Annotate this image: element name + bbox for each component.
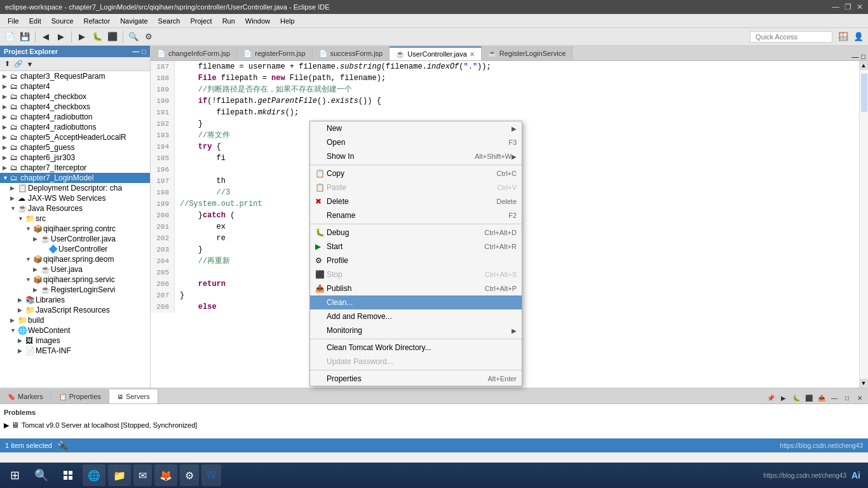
sidebar-link[interactable]: 🔗	[13, 58, 24, 70]
sidebar-maximize[interactable]: □	[142, 48, 146, 55]
bottom-tab-servers[interactable]: 🖥Servers	[109, 390, 158, 403]
ctx-new[interactable]: New ▶	[310, 121, 522, 135]
taskbar-explorer[interactable]: 📁	[108, 464, 131, 486]
sidebar-new[interactable]: ▼	[24, 58, 36, 70]
maximize-button[interactable]: ❐	[844, 3, 851, 11]
tree-item-chapter4-checkbox[interactable]: ▶🗂chapter4_checkbox	[0, 92, 150, 102]
taskbar-firefox[interactable]: 🦊	[154, 464, 177, 486]
bottom-tab-properties[interactable]: 📋Properties	[51, 390, 109, 403]
toolbar-view[interactable]: 👤	[851, 30, 865, 44]
menu-file[interactable]: File	[3, 16, 24, 26]
bottom-toolbar-5[interactable]: 📤	[816, 392, 827, 403]
tree-item-user-java[interactable]: ▶☕User.java	[0, 264, 150, 274]
tree-item-chapter5-accept[interactable]: ▶🗂chapter5_AcceptHeaderLocalR	[0, 132, 150, 142]
toolbar-perspective[interactable]: 🪟	[836, 30, 850, 44]
tree-item-chapter4-checkboxs[interactable]: ▶🗂chapter4_checkboxs	[0, 102, 150, 112]
tab-registerform[interactable]: 📄registerForm.jsp	[237, 46, 312, 60]
menu-navigate[interactable]: Navigate	[115, 16, 153, 26]
ctx-monitoring[interactable]: Monitoring ▶	[310, 323, 522, 337]
editor-tab-maximize[interactable]: □	[861, 53, 865, 60]
tree-item-chapter4-radiobuttons[interactable]: ▶🗂chapter4_radiobuttons	[0, 122, 150, 132]
ctx-rename[interactable]: Rename F2	[310, 208, 522, 222]
tree-item-deployment[interactable]: ▶📋Deployment Descriptor: cha	[0, 183, 150, 193]
close-button[interactable]: ✕	[857, 3, 863, 11]
editor-tab-minimize[interactable]: —	[851, 53, 858, 60]
tree-item-jaxws[interactable]: ▶☁JAX-WS Web Services	[0, 193, 150, 203]
toolbar-back[interactable]: ◀	[39, 30, 53, 44]
tree-item-libraries[interactable]: ▶📚Libraries	[0, 295, 150, 305]
minimize-button[interactable]: —	[832, 3, 839, 11]
tree-item-contrc[interactable]: ▼📦qiqihaer.spring.contrc	[0, 224, 150, 234]
tree-item-images[interactable]: ▶🖼images	[0, 336, 150, 346]
menu-search[interactable]: Search	[153, 16, 186, 26]
tree-item-servic[interactable]: ▼📦qiqihaer.spring.servic	[0, 274, 150, 285]
taskbar-word[interactable]: W	[201, 464, 221, 486]
bottom-toolbar-1[interactable]: 📌	[765, 392, 776, 403]
ctx-stop[interactable]: ⬛ Stop Ctrl+Alt+S	[310, 268, 522, 281]
menu-project[interactable]: Project	[185, 16, 217, 26]
bottom-toolbar-4[interactable]: ⬛	[803, 392, 815, 403]
ctx-profile[interactable]: ⚙ Profile	[310, 254, 522, 268]
taskbar-edge[interactable]: 🌐	[83, 464, 105, 486]
tab-successform[interactable]: 📄successForm.jsp	[313, 46, 390, 60]
ctx-properties[interactable]: Properties Alt+Enter	[310, 372, 522, 386]
ctx-clean-tomcat[interactable]: Clean Tomcat Work Directory...	[310, 341, 522, 355]
ctx-publish[interactable]: 📤 Publish Ctrl+Alt+P	[310, 281, 522, 295]
tree-item-java-resources[interactable]: ▼☕Java Resources	[0, 203, 150, 214]
ctx-update-password[interactable]: Update Password...	[310, 355, 522, 369]
scroll-down-btn[interactable]: ▼	[859, 379, 868, 388]
tree-item-chapter4[interactable]: ▶🗂chapter4	[0, 81, 150, 92]
tree-item-webcontent[interactable]: ▼🌐WebContent	[0, 325, 150, 336]
ctx-debug[interactable]: 🐛 Debug Ctrl+Alt+D	[310, 226, 522, 240]
tree-item-registerlogin[interactable]: ▶☕RegisterLoginServi	[0, 285, 150, 295]
toolbar-save[interactable]: 💾	[18, 30, 32, 44]
toolbar-fwd[interactable]: ▶	[54, 30, 68, 44]
bottom-tab-markers[interactable]: 🔖Markers	[0, 390, 51, 403]
tree-item-build[interactable]: ▶📁build	[0, 315, 150, 325]
taskbar-search[interactable]: 🔍	[29, 464, 53, 487]
toolbar-search[interactable]: 🔍	[126, 30, 140, 44]
tree-item-usercontroller-java[interactable]: ▶☕UserController.java	[0, 234, 150, 244]
menu-refactor[interactable]: Refactor	[79, 16, 116, 26]
menu-help[interactable]: Help	[275, 16, 300, 26]
tree-item-meta-inf[interactable]: ▶📄META-INF	[0, 346, 150, 356]
toolbar-settings[interactable]: ⚙	[142, 30, 156, 44]
toolbar-new[interactable]: 📄	[3, 30, 17, 44]
tree-item-src[interactable]: ▼📁src	[0, 214, 150, 224]
taskbar-settings[interactable]: ⚙	[180, 464, 199, 486]
taskbar-taskview[interactable]	[56, 464, 80, 487]
bottom-toolbar-maximize[interactable]: □	[841, 392, 853, 403]
menu-edit[interactable]: Edit	[24, 16, 46, 26]
menu-run[interactable]: Run	[217, 16, 240, 26]
bottom-toolbar-3[interactable]: 🐛	[790, 392, 802, 403]
taskbar-mail[interactable]: ✉	[133, 464, 152, 486]
tab-usercontroller[interactable]: ☕UserController.java✕	[390, 46, 482, 60]
tab-registerloginservice[interactable]: ☕RegisterLoginService	[482, 46, 573, 60]
ctx-delete[interactable]: ✖ Delete Delete	[310, 194, 522, 208]
toolbar-run[interactable]: ▶	[75, 30, 89, 44]
taskbar-start[interactable]: ⊞	[3, 464, 27, 487]
bottom-toolbar-2[interactable]: ▶	[778, 392, 789, 403]
server-row-tomcat[interactable]: ▶ 🖥 Tomcat v9.0 Server at localhost [Sto…	[1, 419, 867, 431]
menu-source[interactable]: Source	[46, 16, 79, 26]
bottom-toolbar-close[interactable]: ✕	[854, 392, 865, 403]
sidebar-collapse-all[interactable]: ⬆	[1, 58, 13, 70]
ctx-open[interactable]: Open F3	[310, 135, 522, 149]
tree-item-chapter5-guess[interactable]: ▶🗂chapter5_guess	[0, 142, 150, 152]
tree-item-chapter4-radiobutton[interactable]: ▶🗂chapter4_radiobutton	[0, 112, 150, 122]
quick-access-input[interactable]	[750, 31, 832, 43]
ctx-copy[interactable]: 📋 Copy Ctrl+C	[310, 166, 522, 180]
scroll-thumb[interactable]	[861, 74, 867, 112]
sidebar-minimize[interactable]: —	[132, 48, 139, 55]
ctx-start[interactable]: ▶ Start Ctrl+Alt+R	[310, 240, 522, 254]
tree-item-js-resources[interactable]: ▶📁JavaScript Resources	[0, 305, 150, 315]
bottom-toolbar-minimize[interactable]: —	[829, 392, 840, 403]
tree-item-deom[interactable]: ▼📦qiqihaer.spring.deom	[0, 254, 150, 264]
scroll-up-btn[interactable]: ▲	[859, 61, 868, 70]
toolbar-stop[interactable]: ⬛	[105, 30, 119, 44]
tree-item-chapter3[interactable]: ▶🗂chapter3_RequestParam	[0, 71, 150, 81]
ctx-paste[interactable]: 📋 Paste Ctrl+V	[310, 180, 522, 194]
tree-item-chapter7-iter[interactable]: ▶🗂chapter7_Iterceptor	[0, 163, 150, 173]
ctx-showin[interactable]: Show In Alt+Shift+W ▶	[310, 149, 522, 163]
sidebar-scroll[interactable]: ▶🗂chapter3_RequestParam ▶🗂chapter4 ▶🗂cha…	[0, 71, 150, 388]
